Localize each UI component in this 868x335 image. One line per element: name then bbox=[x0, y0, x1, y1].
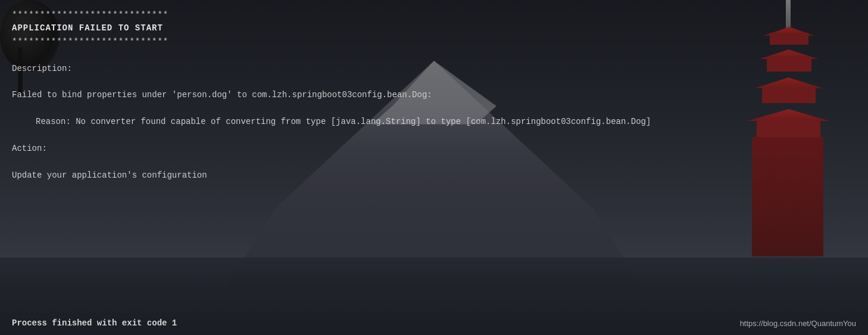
stars-bottom: **************************** bbox=[12, 35, 856, 48]
error-content: **************************** APPLICATION… bbox=[0, 0, 868, 335]
description-label: Description: bbox=[12, 62, 856, 75]
blank-line-5 bbox=[12, 155, 856, 168]
blank-line-2 bbox=[12, 75, 856, 88]
stars-top: **************************** bbox=[12, 8, 856, 21]
blank-line-1 bbox=[12, 48, 856, 61]
reason-text: Reason: No converter found capable of co… bbox=[12, 115, 856, 128]
blank-line-3 bbox=[12, 102, 856, 115]
action-text: Update your application's configuration bbox=[12, 169, 856, 182]
action-label: Action: bbox=[12, 142, 856, 155]
blank-line-4 bbox=[12, 129, 856, 142]
watermark-url: https://blog.csdn.net/QuantumYou bbox=[740, 319, 856, 328]
error-header: APPLICATION FAILED TO START bbox=[12, 21, 856, 35]
description-text: Failed to bind properties under 'person.… bbox=[12, 88, 856, 101]
process-exit-text: Process finished with exit code 1 bbox=[12, 318, 177, 328]
